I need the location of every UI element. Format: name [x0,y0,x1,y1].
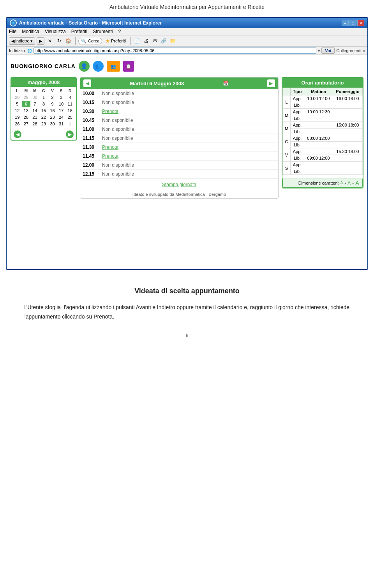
cal-day-selected[interactable]: 6 [22,101,31,107]
title-bar-left: Ambulatorio virtuale - Scelta Orario - M… [10,19,162,26]
schedule-prev-button[interactable]: ◀ [83,79,91,87]
cal-day[interactable]: 10 [57,101,66,107]
time-cell: 11.15 [80,134,100,143]
forward-button[interactable]: ▶ [37,37,44,45]
orari-row: L App. 10:00 12:00 16:00 18:00 [283,95,363,102]
cal-day[interactable]: 19 [13,114,22,120]
cal-day[interactable]: 13 [22,107,31,114]
dim-a-small[interactable]: A [340,181,343,185]
media-icon-4[interactable]: 🔗 [160,37,168,45]
time-cell: 10.00 [80,89,100,98]
cal-day[interactable]: 16 [48,107,57,114]
cal-day[interactable]: 12 [13,107,22,114]
media-icon-3[interactable]: ✉ [151,37,159,45]
cal-day[interactable]: 17 [57,107,66,114]
menu-visualizza[interactable]: Visualizza [45,29,66,34]
favorites-button[interactable]: ★ Preferiti [104,37,127,45]
orari-tipo-cell: App. [290,109,304,115]
prenota-link[interactable]: Prenota [100,107,278,116]
go-button[interactable]: Vai [321,48,335,54]
prenota-link[interactable]: Prenota [100,143,278,152]
cal-day[interactable]: 14 [30,107,39,114]
schedule-row: 10.45 Non dsponibile [80,116,278,125]
orari-tipo-cell: Lib. [290,102,304,109]
dropdown-arrow-icon[interactable]: ▾ [318,49,320,53]
cal-day[interactable]: 9 [48,101,57,107]
orari-col-day [283,88,291,95]
media-icon-5[interactable]: 📁 [169,37,177,45]
media-icon-2[interactable]: 🖨 [142,37,150,45]
cal-day[interactable]: 4 [65,94,74,100]
cal-day[interactable]: 23 [48,114,57,120]
time-cell: 10.30 [80,107,100,116]
footer-section-title: Videata di scelta appuntamento [23,285,351,297]
cal-day[interactable]: 27 [22,121,31,127]
cal-day[interactable]: 25 [65,114,74,120]
cal-day[interactable]: 20 [22,114,31,120]
menu-modifica[interactable]: Modifica [22,29,39,34]
expand-icon[interactable]: » [363,49,365,53]
media-icon-1[interactable]: 📄 [133,37,141,45]
cal-day[interactable]: 22 [39,114,48,120]
calendar-next-button[interactable]: ▶ [66,130,74,138]
minimize-button[interactable]: – [342,20,349,26]
cal-day[interactable]: 29 [39,121,48,127]
dim-a-large[interactable]: A [355,180,359,186]
cal-day[interactable]: 30 [48,121,57,127]
orari-pomeriggio-cell [333,135,362,142]
status-cell: Non disponibile [100,125,278,134]
close-button[interactable]: ✕ [357,20,364,26]
browser-title: Ambulatorio virtuale - Scelta Orario - M… [19,20,162,26]
home-button[interactable]: 🏠 [65,37,72,45]
orari-mattina-cell [304,162,333,168]
menu-help[interactable]: ? [118,29,121,34]
cal-day[interactable]: 28 [30,121,39,127]
cal-day[interactable]: 1 [65,121,74,127]
cal-day[interactable]: 29 [22,94,31,100]
cal-day[interactable]: 21 [30,114,39,120]
search-box[interactable]: 🔍 Cerca [78,38,102,44]
orari-pomeriggio-cell: 15:30 18:00 [333,148,362,155]
cal-day[interactable]: 31 [57,121,66,127]
toolbar: ◀ Indietro ▾ ▶ ✕ ↻ 🏠 🔍 Cerca ★ Preferiti… [7,35,367,47]
cal-day[interactable]: 5 [13,101,22,107]
cal-day[interactable]: 18 [65,107,74,114]
cal-day[interactable]: 24 [57,114,66,120]
orari-mattina-cell [304,122,333,129]
time-cell: 10.15 [80,98,100,107]
cal-day[interactable]: 11 [65,101,74,107]
cal-day[interactable]: 28 [13,94,22,100]
address-input[interactable]: http://www.ambulatoriovirtuale.it/giorna… [34,48,316,54]
search-label: Cerca [88,39,99,43]
calendar-week-1: 28 29 30 1 2 3 4 [13,94,74,100]
calendar-prev-button[interactable]: ◀ [14,130,21,138]
star-icon: ★ [105,38,110,44]
orari-row: Lib. [283,129,363,135]
back-button[interactable]: ◀ Indietro ▾ [9,37,35,45]
schedule-table: 10.00 Non disponibile 10.15 Non disponib… [80,89,278,179]
prenota-link[interactable]: Prenota [100,152,278,161]
day-header-V: V [48,88,57,93]
menu-file[interactable]: File [9,29,16,34]
orari-row: Lib. [283,168,363,175]
menu-strumenti[interactable]: Strumenti [93,29,113,34]
cal-day[interactable]: 2 [48,94,57,100]
stop-button[interactable]: ✕ [46,37,54,45]
stampa-link[interactable]: Stampa giornata [80,179,278,190]
cal-day[interactable]: 8 [39,101,48,107]
links-button[interactable]: Collegamenti [336,48,361,53]
menu-preferiti[interactable]: Preferiti [71,29,87,34]
cal-day[interactable]: 26 [13,121,22,127]
status-cell: Non disponibile [100,161,278,170]
cal-day[interactable]: 7 [30,101,39,107]
cal-day[interactable]: 1 [39,94,48,100]
cal-day[interactable]: 30 [30,94,39,100]
restore-button[interactable]: □ [349,20,356,26]
schedule-next-button[interactable]: ▶ [267,79,275,87]
cal-day[interactable]: 3 [57,94,66,100]
refresh-button[interactable]: ↻ [55,37,63,45]
browser-content: BUONGIORNO CARLA 👤 👥 👥 📋 maggio, 2008 L … [7,55,367,269]
dim-a-medium[interactable]: A [348,180,351,186]
cal-day[interactable]: 15 [39,107,48,114]
orari-tipo-cell: Lib. [290,129,304,135]
